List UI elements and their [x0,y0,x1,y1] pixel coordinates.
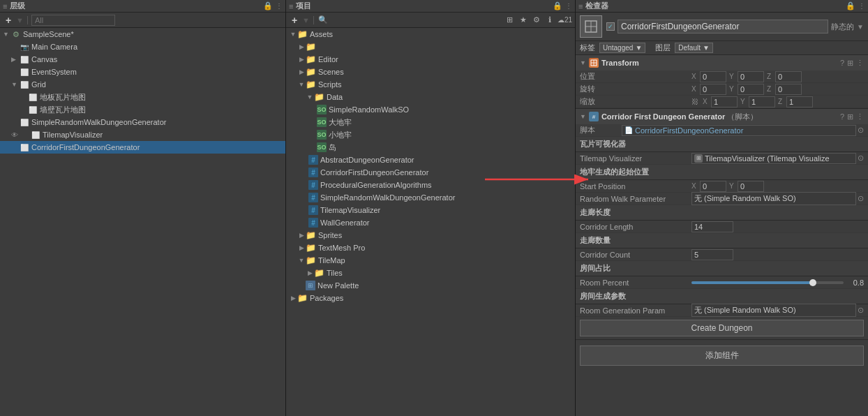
folder-scripts[interactable]: ▼ 📁 Scripts [286,78,575,91]
tree-item-tile1[interactable]: ⬜ 地板瓦片地图 [0,91,285,103]
project-lock-icon[interactable]: 🔒 [553,1,562,10]
startpos-x-field: X [691,181,726,192]
tree-item-corridorfirst[interactable]: ⬜ CorridorFirstDungeonGenerator [0,141,285,154]
folder-scenes[interactable]: ▶ 📁 Scenes [286,66,575,78]
transform-header[interactable]: ▼ Transform ? ⊞ ⋮ [576,55,868,70]
scale-x-input[interactable] [711,96,738,107]
tree-item-eventsystem[interactable]: ⬜ EventSystem [0,66,285,78]
hierarchy-menu-icon[interactable]: ⋮ [276,2,283,10]
folder-scenes-icon: 📁 [306,67,316,77]
transform-settings-icon[interactable]: ⊞ [847,59,853,68]
folder-empty-icon: 📁 [306,42,316,52]
rot-x-input[interactable] [700,84,726,95]
file-island[interactable]: SO 岛 [286,141,575,154]
hierarchy-lock-icon[interactable]: 🔒 [263,1,273,10]
room-gen-value[interactable]: 无 (Simple Random Walk SO) [691,304,856,317]
random-walk-ref-btn[interactable]: ⊙ [858,194,864,203]
tree-item-simplerandom[interactable]: ⬜ SimpleRandomWalkDungeonGenerator [0,116,285,128]
inspector-menu-icon[interactable]: ⋮ [858,2,865,10]
script-ref-icon[interactable]: ⊙ [858,126,864,135]
transform-help-icon[interactable]: ? [840,59,844,67]
scale-z-input[interactable] [786,96,813,107]
rot-z-input[interactable] [775,84,802,95]
hierarchy-search-input[interactable] [31,15,115,26]
pos-y-input[interactable] [738,71,764,82]
pos-x-input[interactable] [700,71,726,82]
cs-icon-2: # [308,168,318,177]
static-dropdown[interactable]: ▼ [857,23,864,31]
folder-tiles[interactable]: ▶ 📁 Tiles [286,267,575,279]
script-help-icon[interactable]: ? [840,112,844,121]
file-newpalette[interactable]: ⊞ New Palette [286,279,575,292]
tag-dropdown[interactable]: Untagged ▼ [599,43,645,53]
folder-editor[interactable]: ▶ 📁 Editor [286,53,575,66]
folder-empty[interactable]: ▶ 📁 [286,40,575,53]
pos-z-input[interactable] [775,71,802,82]
room-percent-slider[interactable]: 0.8 [691,278,864,287]
rot-y-input[interactable] [738,84,764,95]
file-simplerandomso[interactable]: SO SimpleRandomWalkSO [286,103,575,116]
scale-y-input[interactable] [749,96,775,107]
file-corridorfirstcs[interactable]: # CorridorFirstDungeonGenerator [286,166,575,179]
script-comp-header[interactable]: ▼ # Corridor First Dungeon Generator （脚本… [576,109,868,124]
grid-label: Grid [31,80,46,89]
project-icon2[interactable]: ★ [518,15,529,26]
project-icon4[interactable]: ℹ [544,15,555,26]
folder-tilemap-icon: 📁 [306,255,316,265]
add-component-button[interactable]: 添加组件 [580,346,864,366]
corridor-length-input[interactable] [691,221,733,232]
file-smallmap[interactable]: SO 小地牢 [286,128,575,141]
obj-enabled-checkbox[interactable]: ✓ [606,22,615,31]
startpos-y-input[interactable] [738,181,764,192]
project-search-icon[interactable]: 🔍 [317,15,329,26]
project-icon1[interactable]: ⊞ [504,15,516,26]
startpos-x-input[interactable] [700,181,726,192]
script-field-value[interactable]: 📄 CorridorFirstDungeonGenerator [622,125,856,136]
inspector-lock-icon[interactable]: 🔒 [846,1,855,10]
obj-name-field[interactable] [618,20,828,34]
layer-dropdown[interactable]: Default ▼ [675,43,713,53]
room-gen-ref-btn[interactable]: ⊙ [858,306,864,315]
folder-data[interactable]: ▼ 📁 Data [286,91,575,103]
folder-packages[interactable]: ▶ 📁 Packages [286,292,575,304]
tree-item-canvas[interactable]: ▶ ⬜ Canvas [0,53,285,66]
random-walk-value[interactable]: 无 (Simple Random Walk SO) [691,192,856,205]
project-tree: ▼ 📁 Assets ▶ 📁 ▶ 📁 Editor ▶ 📁 Scenes [286,28,575,416]
tree-item-grid[interactable]: ▼ ⬜ Grid [0,78,285,91]
script-field-label: 脚本 [580,125,622,135]
arrow-scripts: ▼ [297,81,306,88]
file-tilemapviscs[interactable]: # TilemapVisualizer [286,204,575,216]
script-settings-icon[interactable]: ⊞ [847,112,853,121]
tree-item-tilemapvis[interactable]: 👁 ⬜ TilemapVisualizer [0,128,285,141]
pos-z-field: Z [767,71,802,82]
main-camera-label: Main Camera [31,43,77,51]
newpalette-label: New Palette [317,281,359,290]
tree-item-samplescene[interactable]: ▼ ⚙ SampleScene* [0,28,285,40]
folder-sprites[interactable]: ▶ 📁 Sprites [286,229,575,242]
folder-textmesh[interactable]: ▶ 📁 TextMesh Pro [286,242,575,254]
tilemap-section-label: 瓦片可视化器 [576,137,868,152]
project-add-button[interactable]: + [289,15,300,26]
script-more-icon[interactable]: ⋮ [856,112,864,121]
tilemap-field-value[interactable]: ⊞ TilemapVisualizer (Tilemap Visualize [691,153,856,164]
create-dungeon-button[interactable]: Create Dungeon [580,320,864,336]
file-abstractdungeon[interactable]: # AbstractDungeonGenerator [286,154,575,166]
file-wallgen[interactable]: # WallGenerator [286,216,575,229]
file-simplerandomcs[interactable]: # SimpleRandomWalkDungeonGenerator [286,191,575,204]
transform-more-icon[interactable]: ⋮ [856,59,864,68]
file-bigmap[interactable]: SO 大地牢 [286,116,575,128]
hierarchy-add-button[interactable]: + [3,15,14,26]
file-procgenalgo[interactable]: # ProceduralGenerationAlgorithms [286,179,575,191]
project-menu-icon[interactable]: ⋮ [565,2,572,10]
folder-tilemap[interactable]: ▼ 📁 TileMap [286,254,575,267]
tree-item-tile2[interactable]: ⬜ 墙壁瓦片地图 [0,103,285,116]
canvas-icon: ⬜ [20,54,29,64]
startpos-section-label: 地牢生成的起始位置 [576,165,868,180]
simplerandom-label: SimpleRandomWalkDungeonGenerator [31,118,166,126]
corridor-count-input[interactable] [691,249,733,260]
folder-assets[interactable]: ▼ 📁 Assets [286,28,575,40]
pos-y-field: Y [729,71,764,82]
tree-item-main-camera[interactable]: 📷 Main Camera [0,40,285,53]
tilemap-ref-btn[interactable]: ⊙ [858,154,864,163]
project-icon3[interactable]: ⚙ [531,15,542,26]
